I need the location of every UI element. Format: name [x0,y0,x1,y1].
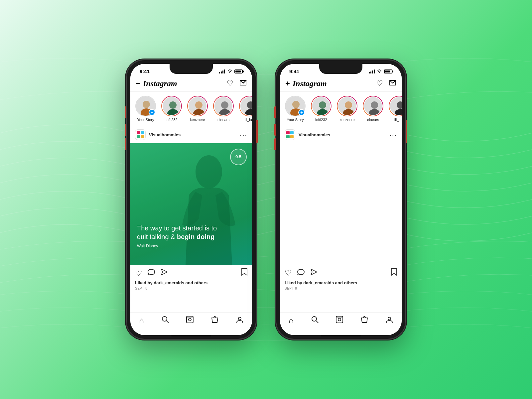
story-eloears-right[interactable]: eloears [362,96,384,122]
story-avatar-eloears-right[interactable] [363,96,383,116]
story-your-left[interactable]: + Your Story [135,96,156,122]
shop-nav-left[interactable] [211,316,218,325]
signal-icon-left [219,69,225,73]
story-label-lillap-left: lil_lap [245,118,252,122]
status-time-right: 9:41 [289,68,299,74]
avatar-inner-eloears-right [363,96,383,116]
comment-button-left[interactable] [148,268,155,278]
story-your-right[interactable]: + Your Story [285,96,306,122]
like-button-left[interactable]: ♡ [135,268,142,278]
heart-icon-right[interactable]: ♡ [376,79,383,88]
like-button-right[interactable]: ♡ [285,268,292,278]
status-icons-right [369,69,392,74]
svg-point-4 [167,109,179,116]
post-likes-right: Liked by dark_emeralds and others [280,280,402,287]
ig-header-left: + Instagram ♡ [130,76,252,92]
svg-rect-14 [187,316,193,323]
story-label-lofti-right: lofti232 [315,118,327,122]
bottom-nav-left: ⌂ [130,312,252,335]
post-more-right[interactable]: ··· [389,131,397,139]
story-label-eloears-left: eloears [217,118,229,122]
your-story-label-right: Your Story [287,118,304,122]
phones-container: 9:41 [126,60,406,339]
search-nav-left[interactable] [162,316,169,325]
svg-line-13 [166,321,169,323]
story-avatar-lillap-left[interactable] [239,96,252,116]
add-story-badge-right[interactable]: + [298,109,305,116]
phone-left: 9:41 [126,60,256,339]
instagram-logo-left: Instagram [143,79,177,88]
shop-nav-right[interactable] [361,316,368,325]
heart-icon-left[interactable]: ♡ [227,79,233,88]
home-nav-right[interactable]: ⌂ [289,316,294,325]
add-story-badge-left[interactable]: + [149,109,155,116]
post-username-left[interactable]: Visualhommies [149,132,181,137]
story-lillap-left[interactable]: lil_lap [239,96,252,122]
post-username-right[interactable]: Visualhommies [299,132,330,137]
your-story-avatar-right[interactable]: + [285,96,306,116]
story-avatar-lofti-right[interactable] [311,96,332,116]
svg-point-11 [196,155,222,189]
battery-icon-right [384,69,392,73]
story-kenzo-right[interactable]: kenzoere [336,96,358,122]
svg-point-3 [169,101,177,109]
your-story-label-left: Your Story [137,118,154,122]
story-label-kenzo-right: kenzoere [339,118,354,122]
share-button-left[interactable] [160,268,168,278]
dm-icon-left[interactable] [239,80,247,87]
profile-nav-left[interactable] [236,316,243,325]
ig-header-right: + Instagram ♡ [280,76,402,92]
screen-left: 9:41 [130,64,252,335]
post-more-left[interactable]: ··· [240,131,247,139]
post-date-right: SEPT 8 [280,287,402,293]
avatar-inner-lofti-right [312,96,331,116]
signal-icon-right [369,69,375,73]
post-likes-left: Liked by dark_emeralds and others [130,280,252,287]
status-icons-left [219,69,243,74]
dm-icon-right[interactable] [389,80,396,87]
story-avatar-lillap-right[interactable] [389,96,402,116]
reels-nav-left[interactable] [186,316,194,325]
quote-text-left: The way to get started is to quit talkin… [137,224,225,241]
svg-point-0 [229,72,230,72]
reels-nav-right[interactable] [336,316,343,325]
post-left: Visualhommies ··· 9. [130,126,252,293]
story-lofti-left[interactable]: lofti232 [161,96,182,122]
avatar-inner-kenzo-left [188,96,207,116]
story-eloears-left[interactable]: eloears [213,96,234,122]
home-indicator-left [171,335,211,336]
svg-point-27 [397,101,402,109]
save-button-left[interactable] [241,268,247,278]
svg-point-18 [379,72,380,72]
profile-nav-right[interactable] [386,316,393,325]
story-lofti-right[interactable]: lofti232 [311,96,332,122]
ig-actions-left: ♡ [227,79,247,88]
home-nav-left[interactable]: ⌂ [139,316,144,325]
new-post-button-left[interactable]: + [136,79,140,88]
story-label-lillap-right: lil_lap [394,118,402,122]
save-button-right[interactable] [391,268,397,278]
post-user-right: Visualhommies [285,129,330,140]
story-kenzo-left[interactable]: kenzoere [187,96,208,122]
avatar-inner-eloears-left [214,96,233,116]
story-avatar-eloears-left[interactable] [213,96,234,116]
status-time-left: 9:41 [140,68,150,74]
story-avatar-lofti-left[interactable] [161,96,182,116]
your-story-avatar-left[interactable]: + [135,96,156,116]
story-label-lofti-left: lofti232 [166,118,177,122]
new-post-button-right[interactable]: + [285,79,290,88]
story-lillap-right[interactable]: lil_lap [388,96,402,122]
story-avatar-kenzo-right[interactable] [337,96,357,116]
svg-point-19 [292,101,300,108]
story-avatar-kenzo-left[interactable] [187,96,208,116]
post-right: Visualhommies ··· ♡ [280,126,402,293]
share-button-right[interactable] [310,268,317,278]
comment-button-right[interactable] [297,268,305,278]
stories-row-left: + Your Story lofti232 [130,92,252,126]
post-quote-left: The way to get started is to quit talkin… [137,224,225,248]
svg-point-25 [371,101,378,109]
home-indicator-right [321,335,361,336]
search-nav-right[interactable] [311,316,319,325]
svg-point-17 [238,317,241,320]
quote-author-left: Walt Disney [137,244,225,248]
